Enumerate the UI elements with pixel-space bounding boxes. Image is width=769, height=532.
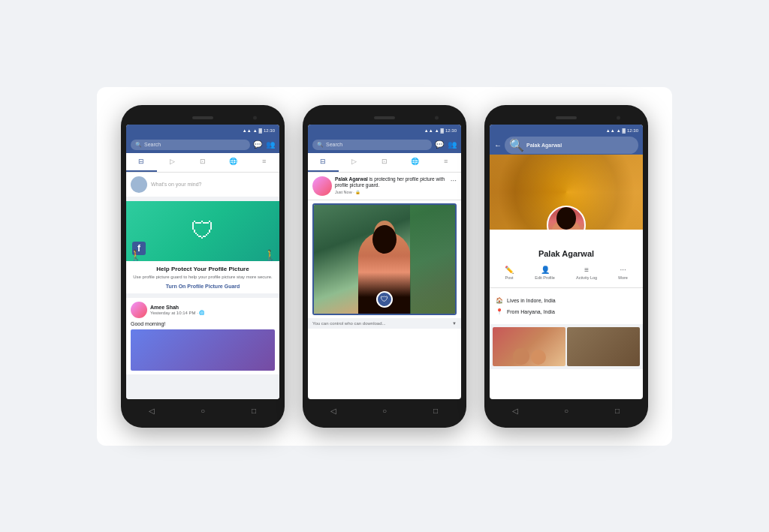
user-avatar: [131, 176, 147, 193]
status-bar-2: ▲▲ ▲ ▓ 12:30: [308, 125, 461, 137]
more-icon: ···: [620, 266, 626, 274]
activity-log-action[interactable]: ≡ Activity Log: [576, 266, 597, 280]
profile-search-bar[interactable]: 🔍 Palak Agarwal: [505, 137, 638, 154]
scene-container: ▲▲ ▲ ▓ 12:30 🔍 Search 💬 👥 ⊟: [97, 87, 672, 446]
status-bar-1: ▲▲ ▲ ▓ 12:30: [126, 125, 279, 137]
home-tab-2[interactable]: ⊟: [308, 153, 339, 172]
globe-tab[interactable]: 🌐: [218, 153, 249, 172]
nav-tabs-2: ⊟ ▷ ⊡ 🌐 ≡: [308, 153, 461, 173]
figure-right: 🚶: [264, 249, 276, 261]
phone-1-screen: ▲▲ ▲ ▓ 12:30 🔍 Search 💬 👥 ⊟: [126, 125, 279, 399]
photo-thumb-2[interactable]: [567, 327, 640, 366]
video-tab-2[interactable]: ▷: [339, 153, 369, 172]
stick-figures: 🚶 🚶: [126, 201, 279, 261]
phone-3-top: [490, 113, 643, 123]
face-2: [531, 350, 546, 365]
profile-info: Palak Agarwal ✏️ Post 👤 Edit Profile ≡: [490, 230, 643, 288]
more-action[interactable]: ··· More: [618, 266, 628, 280]
home-btn-3[interactable]: ○: [561, 406, 571, 416]
photo-2-content: [567, 327, 640, 366]
messenger-icon-2[interactable]: 💬: [435, 140, 444, 149]
marketplace-tab-2[interactable]: ⊡: [369, 153, 400, 172]
home-btn-2[interactable]: ○: [379, 406, 390, 416]
download-chevron[interactable]: ▼: [452, 321, 457, 326]
phone-2-screen: ▲▲ ▲ ▓ 12:30 🔍 Search 💬 👥 ⊟: [308, 125, 461, 399]
recents-btn-3[interactable]: □: [612, 406, 623, 416]
menu-tab[interactable]: ≡: [249, 153, 279, 172]
activity-log-icon: ≡: [584, 266, 589, 274]
phone-1-top: [126, 113, 279, 123]
notif-header: Palak Agarwal is protecting her profile …: [312, 176, 457, 196]
notif-avatar: [312, 176, 332, 196]
search-icon-3: 🔍: [509, 138, 524, 152]
notif-content: Palak Agarwal is protecting her profile …: [335, 176, 448, 195]
video-tab[interactable]: ▷: [157, 153, 188, 172]
protect-cta[interactable]: Turn On Profile Picture Guard: [132, 284, 273, 289]
phone-2-bottom: ◁ ○ □: [308, 402, 461, 420]
activity-log-label: Activity Log: [576, 275, 597, 280]
from-text: From Haryana, India: [507, 309, 555, 314]
composer-placeholder[interactable]: What's on your mind?: [151, 182, 275, 187]
profile-actions: ✏️ Post 👤 Edit Profile ≡ Activity Log: [494, 263, 638, 283]
phone-1-bottom: ◁ ○ □: [126, 402, 279, 420]
post-meta: Amee Shah Yesterday at 10:14 PM · 🌐: [150, 305, 275, 315]
profile-screen: 🛡 Palak Agarwal ✏️ Post 👤 Edit Profile: [490, 155, 643, 399]
profile-name: Palak Agarwal: [494, 249, 638, 258]
globe-tab-2[interactable]: 🌐: [400, 153, 430, 172]
search-bar-1[interactable]: 🔍 Search: [131, 140, 250, 150]
protect-card: f 🛡 🚶 🚶 Help Protect Your Profile Pictur…: [126, 201, 279, 294]
notif-dots[interactable]: ···: [451, 176, 457, 185]
time-display-2: 12:30: [445, 128, 457, 133]
home-btn-1[interactable]: ○: [198, 406, 208, 416]
signal-icon: ▲▲: [243, 128, 252, 133]
download-bar: You can control who can download... ▼: [308, 318, 461, 329]
figure-left: 🚶: [129, 249, 142, 261]
wifi-icon-3: ▲: [617, 128, 621, 133]
protect-title: Help Protect Your Profile Picture: [132, 266, 273, 272]
recents-btn-1[interactable]: □: [249, 406, 259, 416]
protect-banner: f 🛡 🚶 🚶: [126, 201, 279, 261]
home-detail-icon: 🏠: [496, 297, 503, 304]
post-composer: What's on your mind?: [126, 173, 279, 201]
edit-profile-label: Edit Profile: [535, 275, 555, 280]
fb-header-2: 🔍 Search 💬 👥: [308, 137, 461, 153]
edit-profile-action[interactable]: 👤 Edit Profile: [535, 266, 555, 280]
phone-3-speaker: [556, 116, 577, 119]
profile-pic-container: 🛡: [547, 206, 586, 230]
header-icons-1: 💬 👥: [253, 140, 275, 149]
signal-icon-2: ▲▲: [424, 128, 433, 133]
photo-thumb-1[interactable]: [493, 327, 565, 366]
home-tab[interactable]: ⊟: [126, 153, 157, 172]
menu-tab-2[interactable]: ≡: [430, 153, 461, 172]
post-image: [131, 329, 275, 371]
protect-text: Help Protect Your Profile Picture Use pr…: [126, 261, 279, 294]
notif-name: Palak Agarwal: [335, 176, 368, 182]
profile-header: ← 🔍 Palak Agarwal: [490, 137, 643, 155]
pic-hair: [556, 207, 576, 230]
back-btn-1[interactable]: ◁: [146, 406, 157, 416]
back-btn-3[interactable]: ◁: [510, 406, 520, 416]
status-icons-2: ▲▲ ▲ ▓ 12:30: [424, 128, 457, 133]
profile-photo-frame: 🛡: [312, 203, 457, 315]
post-header: Amee Shah Yesterday at 10:14 PM · 🌐: [131, 302, 275, 318]
post-time: Yesterday at 10:14 PM · 🌐: [150, 310, 275, 315]
phone-2-speaker: [374, 116, 395, 119]
back-arrow[interactable]: ←: [494, 141, 502, 149]
screen-content-1: What's on your mind? f 🛡 🚶 🚶 Help Protec…: [126, 173, 279, 399]
recents-btn-2[interactable]: □: [430, 406, 441, 416]
post-action[interactable]: ✏️ Post: [505, 266, 514, 280]
friends-icon[interactable]: 👥: [266, 140, 275, 149]
phone-1: ▲▲ ▲ ▓ 12:30 🔍 Search 💬 👥 ⊟: [121, 105, 285, 428]
messenger-icon[interactable]: 💬: [253, 140, 262, 149]
search-bar-2[interactable]: 🔍 Search: [312, 140, 432, 150]
profile-search-text: Palak Agarwal: [526, 143, 562, 148]
guard-badge-phone2: 🛡: [376, 291, 393, 308]
phone-3-camera: [617, 116, 620, 119]
friends-icon-2[interactable]: 👥: [448, 140, 457, 149]
detail-row-1: 🏠 Lives in Indore, India: [496, 295, 637, 306]
more-label: More: [618, 275, 628, 280]
marketplace-tab[interactable]: ⊡: [188, 153, 219, 172]
post-avatar: [131, 302, 147, 318]
profile-pic: [547, 206, 586, 230]
back-btn-2[interactable]: ◁: [328, 406, 339, 416]
